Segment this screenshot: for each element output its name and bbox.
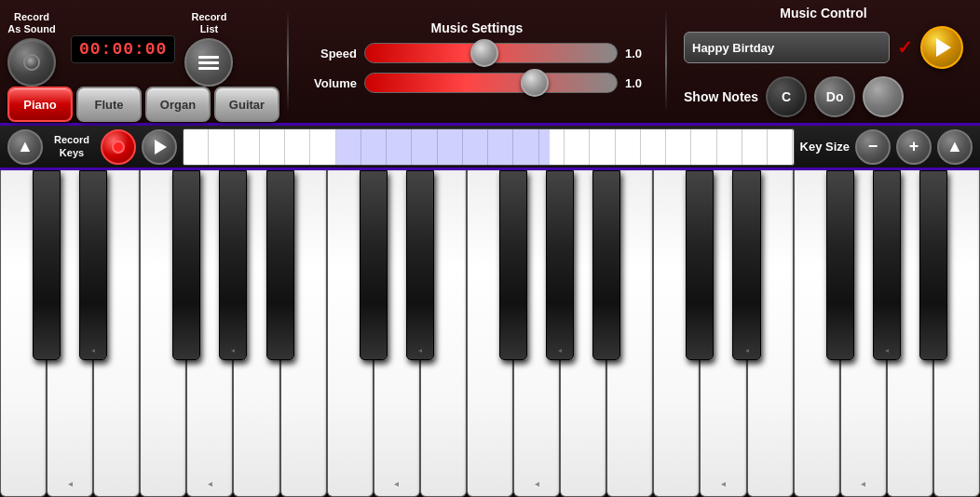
- mini-key: [235, 129, 260, 165]
- key-size-label: Key Size: [800, 140, 850, 154]
- keyboard-section: ◂◂◂◂◂◂ ◂◂◂◂◂◂: [0, 170, 980, 497]
- record-list-section: Record List: [184, 11, 233, 87]
- black-key[interactable]: [33, 170, 61, 360]
- mini-key: [768, 129, 793, 165]
- middle-bar: ▲ Record Keys: [0, 126, 980, 170]
- mini-key: [666, 129, 691, 165]
- play-keys-icon: [155, 140, 167, 154]
- black-key[interactable]: [826, 170, 854, 360]
- instrument-flute-button[interactable]: Flute: [76, 87, 142, 122]
- black-key[interactable]: ◂: [219, 170, 247, 360]
- mini-key: [184, 129, 209, 165]
- mini-key: [641, 129, 666, 165]
- black-key[interactable]: [266, 170, 294, 360]
- black-key[interactable]: [360, 170, 388, 360]
- volume-slider-track[interactable]: [364, 73, 618, 93]
- speed-slider-track[interactable]: [364, 43, 618, 63]
- instrument-organ-button[interactable]: Organ: [145, 87, 211, 122]
- mini-key: [310, 129, 335, 165]
- mini-key: [285, 129, 310, 165]
- black-key[interactable]: ◂: [406, 170, 434, 360]
- mini-key: [616, 129, 641, 165]
- record-keys-label: Record Keys: [48, 134, 95, 158]
- note-knob[interactable]: [863, 76, 904, 117]
- black-key[interactable]: ◂: [873, 170, 901, 360]
- play-triangle-icon: [936, 38, 951, 57]
- up-arrow-right-icon: ▲: [946, 137, 963, 156]
- note-do-button[interactable]: Do: [814, 76, 855, 117]
- volume-row: Volume 1.0: [306, 73, 648, 93]
- show-notes-row: Show Notes C Do: [684, 76, 963, 117]
- instruments-row: Piano Flute Organ Guitar: [7, 87, 279, 122]
- record-dot-icon: [112, 141, 125, 154]
- speed-value: 1.0: [625, 47, 648, 60]
- black-key[interactable]: [919, 170, 947, 360]
- black-key[interactable]: ◂: [546, 170, 574, 360]
- divider-1: [287, 10, 289, 113]
- black-key[interactable]: [172, 170, 200, 360]
- speed-row: Speed 1.0: [306, 43, 648, 63]
- mini-key: [590, 129, 615, 165]
- mini-key: [565, 129, 590, 165]
- mini-key: [742, 129, 768, 165]
- minus-icon: −: [868, 137, 878, 156]
- mini-key: [717, 129, 742, 165]
- speed-slider-thumb[interactable]: [470, 39, 498, 67]
- record-list-button[interactable]: [184, 38, 233, 87]
- black-key[interactable]: ◂: [732, 170, 760, 360]
- note-c-button[interactable]: C: [766, 76, 807, 117]
- record-as-sound-button[interactable]: [7, 38, 56, 87]
- plus-icon: +: [909, 137, 919, 156]
- key-size-increase-button[interactable]: +: [896, 129, 932, 165]
- black-key[interactable]: ◂: [79, 170, 107, 360]
- instrument-piano-button[interactable]: Piano: [7, 87, 73, 122]
- black-key[interactable]: [686, 170, 714, 360]
- time-display: 00:00:00: [71, 35, 175, 63]
- music-control-title: Music Control: [684, 6, 963, 20]
- volume-label: Volume: [306, 76, 357, 90]
- song-select[interactable]: Happy Birtday: [684, 32, 890, 63]
- instrument-guitar-button[interactable]: Guitar: [214, 87, 279, 122]
- music-settings-section: Music Settings Speed 1.0 Volume 1.0: [296, 20, 658, 102]
- speed-label: Speed: [306, 47, 357, 60]
- music-settings-title: Music Settings: [306, 20, 648, 35]
- list-icon: [198, 56, 219, 70]
- top-left-section: Record As Sound 00:00:00 Record List: [7, 6, 279, 117]
- record-knob-inner: [23, 54, 40, 71]
- top-bar: Record As Sound 00:00:00 Record List: [0, 0, 980, 126]
- song-row: Happy Birtday ✓: [684, 26, 963, 69]
- record-button[interactable]: [101, 129, 136, 165]
- music-control-section: Music Control Happy Birtday ✓ Show Notes…: [674, 6, 973, 117]
- record-row: Record As Sound 00:00:00 Record List: [7, 11, 279, 87]
- record-as-sound-section: Record As Sound: [7, 11, 56, 87]
- piano-mini-display: [183, 128, 795, 166]
- check-icon: ✓: [897, 36, 913, 59]
- play-button[interactable]: [920, 26, 963, 69]
- piano-keyboard: ◂◂◂◂◂◂ ◂◂◂◂◂◂: [0, 170, 980, 497]
- volume-value: 1.0: [625, 76, 648, 90]
- mini-key: [209, 129, 234, 165]
- black-key[interactable]: [592, 170, 620, 360]
- play-keys-button[interactable]: [142, 129, 177, 165]
- piano-mini-highlight: [336, 129, 550, 165]
- record-as-sound-label: Record As Sound: [7, 11, 55, 35]
- divider-2: [665, 10, 667, 113]
- up-arrow-icon: ▲: [17, 137, 34, 156]
- scroll-left-button[interactable]: ▲: [7, 129, 43, 165]
- volume-slider-thumb[interactable]: [521, 69, 549, 97]
- mini-key: [691, 129, 716, 165]
- show-notes-label: Show Notes: [684, 89, 758, 104]
- scroll-right-button[interactable]: ▲: [937, 129, 973, 165]
- key-size-decrease-button[interactable]: −: [855, 129, 891, 165]
- record-list-label: Record List: [191, 11, 226, 35]
- mini-key: [260, 129, 285, 165]
- black-key[interactable]: [499, 170, 527, 360]
